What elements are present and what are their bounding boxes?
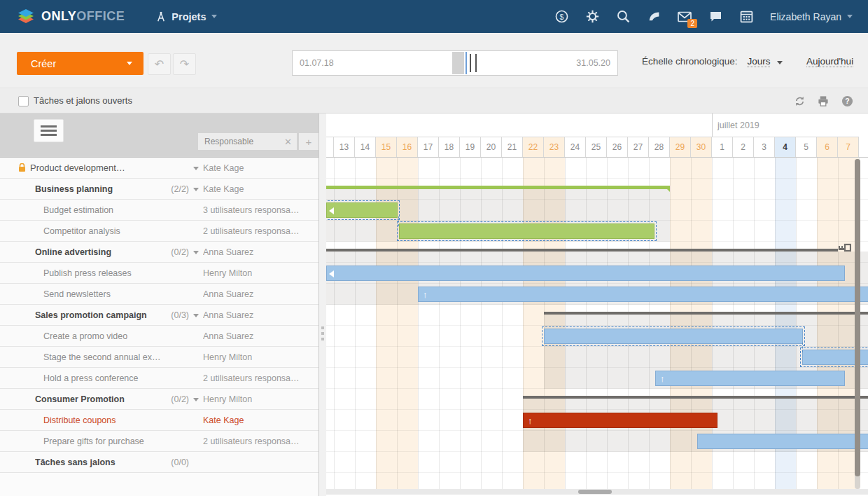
range-slider-thumb[interactable] (452, 52, 464, 74)
task-row[interactable]: Stage the second annual ex…Henry Milton (0, 347, 318, 368)
row-caret-icon[interactable] (193, 314, 199, 317)
task-progress: (2/2) (158, 184, 189, 194)
task-bar[interactable] (399, 223, 654, 239)
range-tick (475, 54, 477, 72)
remove-column-icon[interactable]: ✕ (284, 137, 292, 147)
timeline-range-slider[interactable]: 01.07.18 31.05.20 (292, 50, 618, 76)
day-cell: 6 (817, 137, 838, 157)
task-row[interactable]: Sales promotion campaign(0/3)Anna Suarez (0, 305, 318, 326)
help-icon[interactable]: ? (840, 94, 854, 108)
task-row[interactable]: Budget estimation3 utilisateurs responsa… (0, 200, 318, 221)
range-start-date: 01.07.18 (300, 58, 334, 68)
timescale-caret-icon[interactable] (777, 61, 783, 64)
day-cell: 5 (796, 137, 817, 157)
day-cell: 22 (523, 137, 544, 157)
undo-button[interactable]: ↶ (148, 53, 171, 75)
print-icon[interactable] (816, 94, 830, 108)
summary-bar[interactable] (523, 396, 868, 399)
open-tasks-checkbox[interactable] (18, 96, 29, 106)
day-cell: 4 (775, 137, 796, 157)
task-row[interactable]: Send newslettersAnna Suarez (0, 284, 318, 305)
search-icon[interactable] (616, 10, 630, 24)
task-row[interactable]: Consumer Promotion(0/2)Henry Milton (0, 389, 318, 410)
dependency-connector (802, 343, 803, 352)
summary-bar[interactable] (326, 186, 670, 189)
payments-icon[interactable]: $ (554, 10, 568, 24)
bar-start-arrow-icon: ↑ (528, 415, 533, 426)
bar-continues-left-icon (329, 207, 334, 214)
task-row[interactable]: Hold a press conference2 utilisateurs re… (0, 368, 318, 389)
create-button[interactable]: Créer (17, 52, 144, 75)
summary-bar[interactable] (544, 312, 868, 315)
task-row[interactable]: Product development…Kate Kage (0, 158, 318, 179)
add-column-button[interactable]: + (299, 133, 318, 150)
panel-resize-handle[interactable] (321, 326, 324, 340)
calendar-icon[interactable] (739, 10, 753, 24)
row-caret-icon[interactable] (193, 188, 199, 191)
task-row[interactable]: Distribute couponsKate Kage (0, 410, 318, 431)
task-name: Online advertising (35, 247, 111, 257)
mail-icon[interactable]: 2 (678, 10, 692, 24)
task-progress: (0/0) (158, 457, 189, 467)
task-bar[interactable] (544, 329, 803, 344)
filterbar-icons: ? (792, 94, 854, 108)
timescale-select[interactable]: Jours (747, 56, 770, 67)
row-caret-icon[interactable] (193, 251, 199, 254)
responsible-cell: Anna Suarez (203, 289, 310, 299)
today-link[interactable]: Aujourd'hui (806, 56, 853, 67)
day-cell: 28 (649, 137, 670, 157)
panel-menu-button[interactable] (34, 119, 64, 142)
responsible-column-header[interactable]: Responsable ✕ (198, 133, 297, 150)
task-row[interactable]: Online advertising(0/2)Anna Suarez (0, 242, 318, 263)
gantt-toolbar: Créer ↶ ↷ 01.07.18 31.05.20 Échelle chro… (0, 33, 868, 88)
task-row[interactable]: Publish press releasesHenry Milton (0, 263, 318, 284)
task-bar[interactable] (326, 266, 845, 281)
settings-gear-icon[interactable] (585, 10, 599, 24)
task-bar[interactable]: ↑ (655, 371, 845, 386)
month-divider (712, 113, 713, 137)
task-row[interactable]: Competitor analysis2 utilisateurs respon… (0, 221, 318, 242)
horizontal-scrollbar-thumb[interactable] (578, 490, 612, 494)
projects-gantt-screen: ONLYOFFICE Projets $ (0, 0, 868, 496)
task-name: Hold a press conference (43, 373, 139, 383)
bar-start-arrow-icon: ↑ (660, 373, 665, 384)
feed-icon[interactable] (647, 10, 661, 24)
refresh-icon[interactable] (792, 94, 806, 108)
logo-layers-icon (17, 8, 35, 26)
vertical-scrollbar-thumb[interactable] (855, 159, 860, 476)
task-bar[interactable] (326, 202, 398, 218)
chat-icon[interactable] (708, 10, 722, 24)
responsible-cell: 3 utilisateurs responsa… (203, 205, 310, 215)
task-name: Prepare gifts for purchase (43, 436, 144, 446)
task-row[interactable]: Tâches sans jalons(0/0) (0, 452, 318, 473)
navbar-right: $ 2 Elizabeth Rayan (554, 10, 853, 24)
day-cell: 2 (733, 137, 754, 157)
user-name: Elizabeth Rayan (770, 11, 841, 22)
task-bar[interactable]: ↑ (523, 413, 718, 428)
day-cell: 26 (607, 137, 628, 157)
task-row[interactable]: Business planning(2/2)Kate Kage (0, 179, 318, 200)
task-panel-bottom (0, 473, 318, 496)
user-menu[interactable]: Elizabeth Rayan (770, 11, 853, 22)
bar-continues-left-icon (329, 270, 334, 277)
summary-end-cap (664, 186, 670, 192)
month-label: juillet 2019 (718, 120, 760, 130)
onlyoffice-logo[interactable]: ONLYOFFICE (17, 8, 125, 26)
task-list: Product development…Kate KageBusiness pl… (0, 158, 318, 473)
row-caret-icon[interactable] (193, 398, 199, 401)
summary-bar[interactable] (326, 249, 838, 252)
filter-bar: Tâches et jalons ouverts ? (0, 88, 868, 113)
module-switcher-projects[interactable]: Projets (155, 11, 216, 23)
task-bar[interactable] (697, 434, 868, 449)
row-caret-icon[interactable] (193, 167, 199, 170)
responsible-cell: Henry Milton (203, 394, 310, 404)
task-bar[interactable]: ↑ (418, 287, 868, 302)
task-row[interactable]: Prepare gifts for purchase2 utilisateurs… (0, 431, 318, 452)
responsible-column-label: Responsable (204, 137, 253, 146)
task-name: Create a promo video (43, 331, 127, 341)
task-name: Distribute coupons (43, 415, 116, 425)
day-cell: 24 (565, 137, 586, 157)
range-tick (470, 54, 471, 72)
redo-button[interactable]: ↷ (173, 53, 196, 75)
task-row[interactable]: Create a promo videoAnna Suarez (0, 326, 318, 347)
